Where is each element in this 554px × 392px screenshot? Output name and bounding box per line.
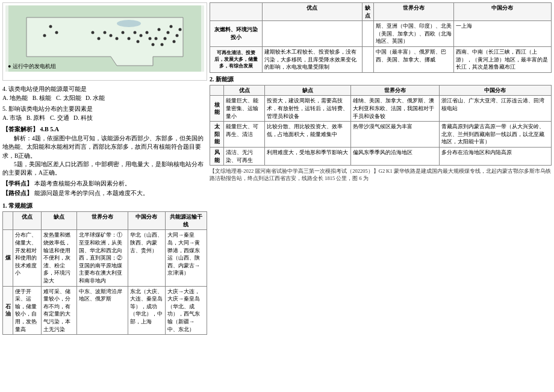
q5-optC[interactable]: C. — [50, 114, 55, 121]
svg-point-16 — [116, 37, 119, 40]
th-route: 共能源运输干线 — [165, 212, 207, 230]
map-placeholder: ● 运行中的发电机组 — [5, 5, 204, 72]
wind-cons: 利用难度大，受地形和季节影响大 — [265, 147, 351, 165]
top-continuation-table: 优点 缺点 世界分布 中国分布 灰燃料、环境污染投小 斯、亚洲（中国、印度）、北… — [210, 2, 552, 73]
svg-point-20 — [179, 28, 182, 31]
common-energy-table: 优点 缺点 世界分布 中国分布 共能源运输干线 煤 分布广、储量大、开发相对和使… — [2, 211, 207, 335]
gas-pros — [262, 21, 362, 47]
nuclear-world: 雄纳、美国、加拿大、俄罗斯、澳大利亚和东欧、法国，我国相对于手员和设备较 — [351, 96, 440, 122]
left-column: ● 运行中的发电机组 4. 该类电站使用的能源最可能是 A. 地热能 B. 核能… — [2, 2, 207, 390]
svg-point-19 — [173, 40, 176, 43]
th-china: 中国分布 — [128, 212, 165, 230]
nuclear-pros: 能量巨大、能量密集、运输量小 — [224, 96, 265, 122]
new-energy-title: 2. 新能源 — [210, 75, 552, 84]
th-type-r — [210, 3, 263, 21]
th-pros: 优点 — [13, 212, 42, 230]
oil-row: 石油 便于开采、运输，储量较小，自用，发热量高 难可采、储量较小，分布不均，有有… — [3, 286, 207, 335]
gas-cons — [362, 21, 373, 47]
oil-pros: 便于开采、运输，储量较小，自用，发热量高 — [13, 286, 42, 335]
q4-optC[interactable]: C. — [56, 95, 61, 101]
solar-name: 太阳能 — [210, 122, 224, 148]
wind-name: 风能 — [210, 147, 224, 165]
oil-world: 中东、波斯湾沿岸地区、俄罗斯 — [77, 286, 128, 335]
q5-optC-text: 交通 — [57, 114, 69, 121]
nth-cons: 缺点 — [265, 85, 351, 96]
svg-point-6 — [170, 25, 173, 28]
coal-row: 煤 分布广、储量大、开发相对和使用的技术难度小 发热量和燃烧效率低，输送和使用不… — [3, 230, 207, 286]
th-world-r: 世界分布 — [373, 3, 453, 21]
coal-cons: 发热量和燃烧效率低，输送和使用不便利，灰渣、粉尘多，环境污染大 — [42, 230, 77, 286]
svg-point-2 — [158, 28, 161, 31]
q4-optB[interactable]: B. — [33, 95, 38, 101]
new-energy-table: 优点 缺点 世界分布 中国分布 核能 能量巨大、能量密集、运输量小 投资大，建设… — [210, 85, 552, 166]
nuclear-name: 核能 — [210, 96, 224, 122]
answer-label: 【答案解析】 — [2, 126, 39, 132]
th-china-r: 中国分布 — [453, 3, 551, 21]
wind-world: 偏风东季季风的沿海地区 — [351, 147, 440, 165]
common-energy-section: 1. 常规能源 优点 缺点 世界分布 中国分布 共能源运输干线 煤 分布 — [2, 202, 207, 335]
water-row: 可再生清洁、投资后，发展大多，储量多，有综合发展 建期较长木工程较长、投资较多，… — [210, 46, 552, 72]
svg-point-22 — [98, 37, 101, 40]
q5-optB[interactable]: B. — [26, 114, 32, 121]
svg-point-10 — [149, 37, 152, 40]
svg-point-13 — [128, 37, 131, 40]
svg-point-12 — [134, 31, 137, 34]
q4-optA[interactable]: A. — [2, 95, 8, 101]
q4-text: 该类电站使用的能源最可能是 — [8, 86, 87, 92]
th-cons-r: 缺点 — [362, 3, 373, 21]
q5-optD[interactable]: D. — [73, 114, 79, 121]
solar-china: 青藏高原到内蒙古高原一带（从大兴安岭、北京、兰州到西藏南部一线以西，以北至藏地区… — [439, 122, 551, 148]
svg-point-14 — [137, 40, 140, 43]
answer-section: 【答案解析】 4.B 5.A 解析：4题，依据图中信息可知，该能源分布西部少、东… — [2, 125, 207, 198]
th-pros-r: 优点 — [262, 3, 362, 21]
q4-optA-text: 地热能 — [10, 95, 28, 101]
q4-optC-text: 太阳能 — [63, 95, 81, 101]
question-4: 4. 该类电站使用的能源最可能是 A. 地热能 B. 核能 C. 太阳能 D. … — [2, 84, 207, 102]
oil-name: 石油 — [3, 286, 13, 335]
th-type — [3, 212, 13, 230]
th-world: 世界分布 — [77, 212, 128, 230]
solar-row: 太阳能 能量巨大、可再生、清洁 比较分散、用比较投资大、效率低，占地面积大，能量… — [210, 122, 552, 148]
nuclear-china: 浙江省山、广东大亚湾、江苏连云港、田湾核电站 — [439, 96, 551, 122]
solar-pros: 能量巨大、可再生、清洁 — [224, 122, 265, 148]
wind-pros: 清洁、无污染、可再生 — [224, 147, 265, 165]
oil-route: 大庆→大连，大庆→秦皇岛（华北、成功），西气东输（新疆→中、东北） — [165, 286, 207, 335]
svg-point-9 — [146, 31, 149, 34]
oil-cons: 难可采、储量较小，分布不均，有有定量的大气污染，本土无污染 — [42, 286, 77, 335]
common-title: 1. 常规能源 — [2, 202, 207, 210]
map-section: ● 运行中的发电机组 — [2, 2, 207, 81]
q5-number: 5. — [2, 105, 7, 112]
svg-point-5 — [164, 37, 167, 40]
right-column: 优点 缺点 世界分布 中国分布 灰燃料、环境污染投小 斯、亚洲（中国、印度）、北… — [210, 2, 552, 390]
svg-point-8 — [152, 43, 155, 46]
q5-optA[interactable]: A. — [2, 114, 8, 121]
q4-optB-text: 核能 — [39, 95, 51, 101]
oil-china: 东北（大庆、大连、秦皇岛等），成功（华北），中部，上海 — [128, 286, 165, 335]
q5-optD-text: 科技 — [81, 114, 93, 121]
svg-point-26 — [43, 34, 46, 37]
q5-optB-text: 原料 — [33, 114, 45, 121]
wind-china: 多分布在沿海地区和内陆高原 — [439, 147, 551, 165]
gas-name: 灰燃料、环境污染投小 — [210, 21, 263, 47]
gas-china: 一上海 — [453, 21, 551, 47]
q5-optA-text: 市场 — [10, 114, 22, 121]
q4-optD-text: 水能 — [93, 95, 105, 101]
route-label: 【路径点】 — [2, 190, 33, 196]
q4-optD[interactable]: D. — [86, 95, 92, 101]
map-legend: ● 运行中的发电机组 — [8, 63, 56, 70]
svg-point-25 — [55, 31, 58, 34]
water-china: 西南、中南（长江三峡，西江（上游），（黄河上游）地区，最丰富的是长江，其次是雅鲁… — [453, 46, 551, 72]
point-label: 【学科点】 — [2, 180, 33, 187]
coal-world: 北半球煤矿带：①至亚和欧洲，从美国、华北和西北向西，直到英国；②亚国的南平原地煤… — [77, 230, 128, 286]
page-container: ● 运行中的发电机组 4. 该类电站使用的能源最可能是 A. 地热能 B. 核能… — [0, 0, 554, 392]
nth-china: 中国分布 — [439, 85, 551, 96]
usa-map-svg — [5, 5, 204, 72]
solar-world: 热带沙漠气候区最为丰富 — [351, 122, 440, 148]
nth-type — [210, 85, 224, 96]
svg-point-15 — [122, 31, 125, 34]
svg-point-24 — [49, 25, 52, 28]
svg-point-17 — [110, 34, 113, 37]
answer-keys: 4.B 5.A — [40, 126, 59, 132]
coal-pros: 分布广、储量大、开发相对和使用的技术难度小 — [13, 230, 42, 286]
route-text: 能源问题是常考的学问点，本题难度不大。 — [34, 190, 149, 196]
